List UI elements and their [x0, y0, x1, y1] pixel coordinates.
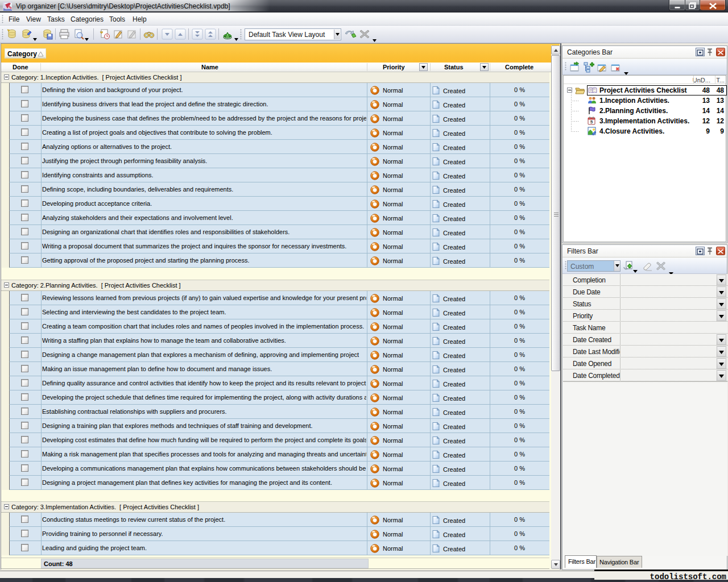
svg-text:5: 5 [590, 119, 593, 124]
